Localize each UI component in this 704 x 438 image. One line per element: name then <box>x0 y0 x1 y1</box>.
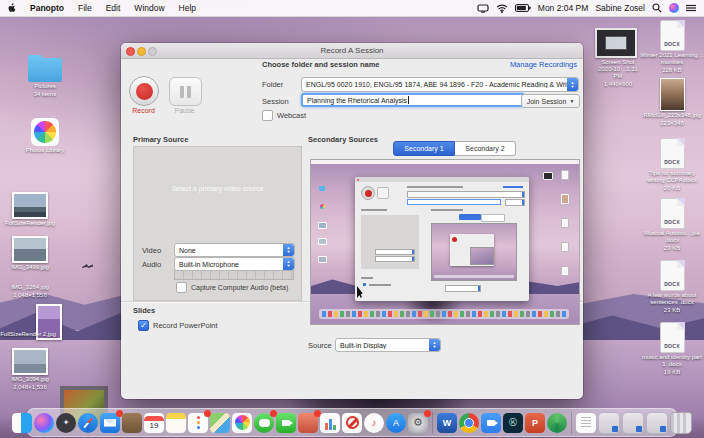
dock-chrome-icon[interactable] <box>459 413 479 433</box>
image-thumbnail-icon <box>12 192 48 219</box>
dock-maps-icon[interactable] <box>210 413 230 433</box>
notification-center-icon[interactable] <box>686 4 696 12</box>
image-thumbnail-icon <box>12 236 48 263</box>
dock-contacts-icon[interactable] <box>122 413 142 433</box>
display-mirroring-icon[interactable] <box>477 4 489 13</box>
desktop-icon-img3094[interactable]: IMG_3094.jpg 2,048×1,536 <box>0 348 62 391</box>
dock-numbers-icon[interactable] <box>320 413 340 433</box>
desktop-icon-fewwords-docx[interactable]: DOCX A few words about sentences .docx 2… <box>640 260 704 314</box>
capture-audio-row[interactable]: Capture Computer Audio (beta) <box>176 282 288 293</box>
window-title: Record A Session <box>121 46 583 55</box>
record-session-window: Record A Session Record Pause Choose fol… <box>121 43 583 399</box>
apple-menu-icon[interactable] <box>0 2 23 15</box>
capture-audio-label: Capture Computer Audio (beta) <box>191 284 288 291</box>
menu-item-panopto[interactable]: Panopto <box>23 3 71 13</box>
desktop-icon-img3264[interactable]: IMG_3264.jpg 2,048×1,556 <box>0 283 62 299</box>
dock-notes-icon[interactable] <box>166 413 186 433</box>
spotlight-search-icon[interactable] <box>652 3 662 13</box>
dock-preferences-icon[interactable]: ⚙ <box>408 413 428 433</box>
audio-select[interactable]: Built-in Microphone ▲▼ <box>174 257 295 271</box>
preview-secondary-label-line <box>431 209 463 211</box>
dock-siri-icon[interactable] <box>34 413 54 433</box>
preview-tab-selected <box>459 214 481 220</box>
dock-photos-icon[interactable] <box>232 413 252 433</box>
siri-icon[interactable] <box>669 3 679 13</box>
folder-select[interactable]: ENGL/95 0020 1910, ENGL/95 1874, ABE 94 … <box>301 77 579 92</box>
preview-record-window <box>355 177 529 301</box>
dock-trash-icon[interactable] <box>670 412 692 434</box>
menu-user-name[interactable]: Sabine Zosel <box>595 3 645 13</box>
dock-kindle-icon[interactable]: Ⓚ <box>503 413 523 433</box>
preview-primary-label-line <box>361 209 387 211</box>
desktop-icon-fullsizerender2[interactable]: FullSizeRender 2.jpg <box>0 330 60 338</box>
desktop-icon-fullsizerender[interactable]: FullSizeRender.jpg <box>0 192 62 227</box>
primary-source-placeholder: Select a primary video source <box>134 185 301 192</box>
dock-messages-icon[interactable] <box>254 413 274 433</box>
session-label: Session <box>262 97 289 106</box>
dock-calendar-icon[interactable]: 19 <box>144 413 164 433</box>
tab-secondary-2[interactable]: Secondary 2 <box>455 141 516 156</box>
record-dot-icon <box>136 83 153 100</box>
preview-header-line <box>407 186 463 188</box>
desktop-icon-photos-library[interactable]: Photos Library <box>13 118 77 154</box>
wifi-icon[interactable] <box>496 4 508 13</box>
preview-image-icon <box>318 238 327 245</box>
secondary-source-preview <box>310 159 580 325</box>
image-thumbnail-icon <box>12 348 48 375</box>
tab-secondary-1[interactable]: Secondary 1 <box>393 141 455 156</box>
pause-bar-icon <box>187 86 191 98</box>
photos-library-icon <box>31 118 59 146</box>
desktop-icon-img3499[interactable]: IMG_3499.jpg <box>0 236 62 271</box>
record-powerpoint-row[interactable]: ✓ Record PowerPoint <box>138 320 218 331</box>
pause-bar-icon <box>180 86 184 98</box>
webcast-checkbox[interactable] <box>262 110 273 121</box>
desktop-icon-musical-docx[interactable]: DOCX Musical Autobio…ple .docx 23 KB <box>640 198 704 252</box>
portrait-thumbnail-icon <box>660 78 685 111</box>
dock-minimized-window-icon[interactable] <box>622 412 644 434</box>
dock-screentime-icon[interactable] <box>342 413 362 433</box>
record-button[interactable] <box>129 76 159 106</box>
menu-item-window[interactable]: Window <box>127 3 171 13</box>
dock-appstore-icon[interactable]: A <box>386 413 406 433</box>
dock-facetime-icon[interactable] <box>276 413 296 433</box>
menu-item-edit[interactable]: Edit <box>99 3 128 13</box>
menu-item-help[interactable]: Help <box>172 3 203 13</box>
dock-reminders-icon[interactable] <box>188 413 208 433</box>
stepper-arrows-icon: ▲▼ <box>429 339 440 351</box>
webcast-checkbox-row[interactable]: Webcast <box>262 110 306 121</box>
desktop-icon-screenshot[interactable]: Screen Shot 2020-10…1.31 PM 1,440×900 <box>594 28 638 88</box>
folder-icon <box>28 58 62 82</box>
menu-item-file[interactable]: File <box>71 3 99 13</box>
dock-office-icon[interactable] <box>547 413 567 433</box>
desktop-icon-tips-docx[interactable]: DOCX Tips for summary writing CCPA.docx … <box>640 138 704 192</box>
desktop-icon-pictures-folder[interactable]: Pictures 34 items <box>13 58 77 98</box>
dock-powerpoint-icon[interactable]: P <box>525 413 545 433</box>
dock-mail-icon[interactable] <box>100 413 120 433</box>
dock-launchpad-icon[interactable]: ✦ <box>56 413 76 433</box>
record-powerpoint-checkbox[interactable]: ✓ <box>138 320 149 331</box>
dock-photobooth-icon[interactable] <box>298 413 318 433</box>
manage-recordings-link[interactable]: Manage Recordings <box>495 60 577 69</box>
desktop-icon-rmcgill-photo[interactable]: RMcGill_223x348.jpg 223×348 <box>640 78 704 127</box>
battery-icon[interactable] <box>515 4 531 12</box>
dock-document-icon[interactable] <box>576 413 596 433</box>
desktop-icon-musicidentity-docx[interactable]: DOCX music and identity part 1 .docx 19 … <box>640 322 704 376</box>
pause-button[interactable] <box>169 77 202 106</box>
video-select[interactable]: None ▲▼ <box>174 243 295 257</box>
menu-clock[interactable]: Mon 2:04 PM <box>538 3 589 13</box>
preview-portrait-icon <box>561 194 569 204</box>
dock-music-icon[interactable]: ♪ <box>364 413 384 433</box>
dock-zoom-icon[interactable] <box>481 413 501 433</box>
session-input[interactable]: Planning the Rhetorical Analysis <box>301 93 525 107</box>
dock-finder-icon[interactable] <box>12 413 32 433</box>
dock-minimized-window-icon[interactable] <box>646 412 668 434</box>
notification-badge <box>424 410 431 417</box>
dock-safari-icon[interactable] <box>78 413 98 433</box>
dock-minimized-window-icon[interactable] <box>598 412 620 434</box>
folder-select-value: ENGL/95 0020 1910, ENGL/95 1874, ABE 94 … <box>302 81 567 88</box>
dock-word-icon[interactable]: W <box>437 413 457 433</box>
desktop-icon-winter-docx[interactable]: DOCX Winter 2021 Learning…munities 228 K… <box>640 20 704 74</box>
source-select[interactable]: Built-in Display ▲▼ <box>335 338 441 352</box>
capture-audio-checkbox[interactable] <box>176 282 187 293</box>
join-session-button[interactable]: Join Session▼ <box>521 94 580 108</box>
